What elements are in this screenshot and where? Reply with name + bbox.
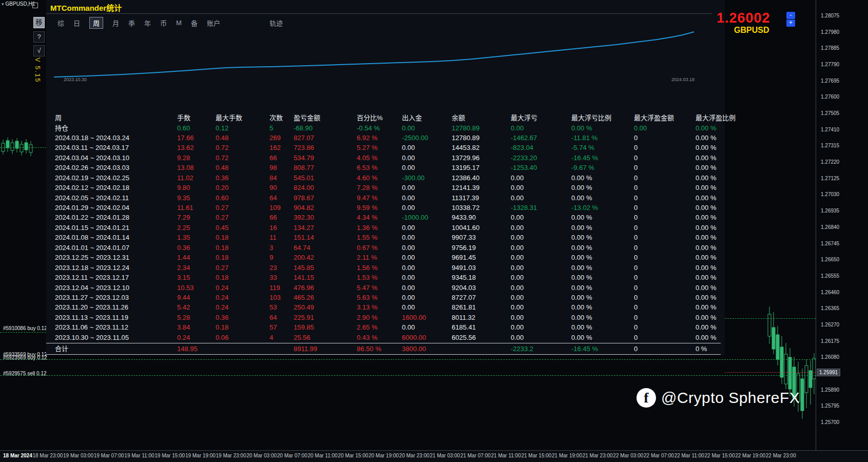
table-cell: 0.00 (511, 183, 571, 192)
table-cell: 2.65 % (357, 322, 402, 332)
table-row[interactable]: 2024.01.22 ~ 2024.01.287.290.2766392.304… (46, 213, 725, 222)
price-axis-label: 1.27980 (821, 29, 839, 35)
table-cell: 0.00 (402, 163, 452, 172)
table-row[interactable]: 2024.01.08 ~ 2024.01.141.350.1811151.141… (46, 233, 725, 242)
table-cell: 808.77 (294, 163, 357, 172)
price-axis-label: 1.26840 (821, 224, 839, 230)
table-cell: 9907.33 (452, 233, 511, 242)
table-cell: 0.18 (216, 322, 269, 332)
chart-title-bar[interactable]: ▾ GBPUSD,H1 (2, 1, 35, 7)
table-cell: 33 (269, 273, 294, 282)
table-cell: 0.00 (402, 123, 452, 133)
table-cell: 159.85 (294, 322, 357, 332)
order-label-5923569[interactable]: #5923569 buy 0.12 (3, 355, 47, 360)
time-axis[interactable]: 18 Mar 202418 Mar 23:0019 Mar 03:0019 Ma… (0, 450, 868, 462)
table-row[interactable]: 2023.11.27 ~ 2023.12.039.440.24103465.26… (46, 293, 725, 302)
table-row[interactable]: 2024.02.05 ~ 2024.02.119.350.6064978.679… (46, 193, 725, 203)
table-cell: -11.81 % (571, 133, 634, 143)
table-row[interactable]: 2024.01.01 ~ 2024.01.070.360.18364.740.6… (46, 243, 725, 253)
table-cell: 0.00 (511, 322, 571, 332)
order-line-left-partial[interactable] (0, 147, 49, 148)
table-cell: 8261.81 (452, 302, 511, 312)
price-axis-label: 1.27030 (821, 191, 839, 197)
table-row[interactable]: 2024.03.11 ~ 2024.03.1713.620.72162723.8… (46, 143, 725, 152)
move-tool-button[interactable]: 移 (33, 17, 45, 28)
table-row[interactable]: 2024.02.12 ~ 2024.02.189.800.2090824.007… (46, 183, 725, 192)
table-cell: 0.00 % (571, 313, 634, 322)
table-row[interactable]: 2023.11.06 ~ 2023.11.123.840.1857159.852… (46, 322, 725, 332)
table-row[interactable]: 2023.12.18 ~ 2023.12.242.340.2723145.851… (46, 263, 725, 273)
order-line-buy-5910086[interactable] (0, 332, 46, 333)
column-header: 最大浮亏比例 (571, 113, 634, 123)
price-axis[interactable]: 1.280751.279801.278851.277901.276951.276… (816, 0, 868, 450)
chart-symbol-label: GBPUSD,H1 (6, 1, 35, 7)
table-cell: 7.28 % (357, 183, 402, 192)
help-button[interactable]: ? (33, 31, 45, 43)
column-header: 最大浮盈比例 (696, 113, 766, 123)
table-cell: 0.00 % (696, 183, 766, 192)
price-axis-label: 1.27885 (821, 45, 839, 51)
window-restore-icon[interactable] (32, 3, 38, 8)
table-row[interactable]: 2023.11.20 ~ 2023.11.265.420.2453250.493… (46, 302, 725, 312)
time-axis-label: 20 Mar 07:00 (277, 453, 307, 458)
table-cell: 9691.45 (452, 253, 511, 262)
order-line-buy-5923569[interactable] (0, 359, 816, 360)
table-cell: 109 (269, 203, 294, 213)
time-axis-label: 21 Mar 23:00 (583, 453, 613, 458)
table-cell: 2024.02.12 ~ 2024.02.18 (55, 183, 177, 192)
table-row[interactable]: 2023.12.11 ~ 2023.12.173.150.1833141.151… (46, 273, 725, 282)
column-header: 盈亏金额 (294, 113, 357, 123)
table-cell: 0.36 (216, 173, 269, 183)
table-row[interactable]: 2024.01.29 ~ 2024.02.0411.610.27109904.8… (46, 203, 725, 213)
table-cell: 0.24 (177, 333, 216, 342)
minus-button[interactable]: - (786, 12, 795, 19)
price-axis-label: 1.25700 (821, 419, 839, 425)
facebook-icon: f (636, 388, 656, 408)
table-total-row: 合计148.958911.9986.50 %3800.00-2233.2-16.… (46, 343, 721, 355)
order-label-5910086[interactable]: #5910086 buy 0.12 (3, 325, 47, 331)
time-axis-label: 19 Mar 03:00 (63, 453, 93, 458)
time-axis-label: 18 Mar 2024 (3, 453, 32, 458)
table-cell: 0.00 (402, 273, 452, 282)
table-row[interactable]: 2024.01.15 ~ 2024.01.212.250.4516134.271… (46, 223, 725, 233)
table-cell: 2024.02.19 ~ 2024.02.25 (55, 173, 177, 183)
table-cell: 0 (634, 163, 696, 172)
table-cell: -1462.67 (511, 133, 571, 143)
table-cell: 3.13 % (357, 302, 402, 312)
table-row[interactable]: 2023.12.04 ~ 2023.12.1010.530.24119476.9… (46, 283, 725, 293)
table-cell: 9.35 (177, 193, 216, 203)
table-cell: 0.00 (511, 223, 571, 233)
table-row[interactable]: 2023.11.13 ~ 2023.11.195.280.3664225.912… (46, 313, 725, 322)
table-cell: 0.00 % (696, 133, 766, 143)
table-cell: 17.66 (177, 133, 216, 143)
table-cell: 4.60 % (357, 173, 402, 183)
table-cell: 0.00 % (571, 322, 634, 332)
table-cell: -16.45 % (571, 153, 634, 163)
table-row[interactable]: 2023.12.25 ~ 2023.12.311.440.189200.422.… (46, 253, 725, 262)
order-label-5929575[interactable]: #5929575 sell 0.12 (3, 371, 47, 376)
table-cell: 0.06 (216, 333, 269, 342)
plus-button[interactable]: + (786, 20, 795, 27)
table-cell: 11.02 (177, 173, 216, 183)
current-price-line (725, 372, 816, 373)
column-header: 余额 (452, 113, 511, 123)
table-row[interactable]: 2024.02.19 ~ 2024.02.2511.020.3684545.01… (46, 173, 725, 183)
table-cell: 84 (269, 173, 294, 183)
check-button[interactable]: √ (33, 45, 45, 56)
table-cell: 0.00 (634, 123, 696, 133)
table-cell: 98 (269, 163, 294, 172)
table-row[interactable]: 2024.03.04 ~ 2024.03.109.280.7266534.794… (46, 153, 725, 163)
table-row[interactable]: 2024.02.26 ~ 2024.03.0313.080.4898808.77… (46, 163, 725, 172)
order-line-sell-5929575[interactable] (0, 375, 816, 376)
table-cell: 2024.02.26 ~ 2024.03.03 (55, 163, 177, 172)
table-cell: 0.00 % (696, 153, 766, 163)
table-row[interactable]: 2023.10.30 ~ 2023.11.050.240.06425.560.4… (46, 333, 725, 342)
table-cell: 0.00 % (571, 253, 634, 262)
table-cell: 0.00 (511, 333, 571, 342)
table-row[interactable]: 持仓0.600.125-68.90-0.54 %0.0012780.890.00… (46, 123, 725, 133)
table-cell: 0.00 (402, 283, 452, 293)
table-cell: 0.00 (511, 313, 571, 322)
table-cell: 978.67 (294, 193, 357, 203)
table-cell: 0.00 (402, 253, 452, 262)
table-row[interactable]: 2024.03.18 ~ 2024.03.2417.660.48269827.0… (46, 133, 725, 143)
